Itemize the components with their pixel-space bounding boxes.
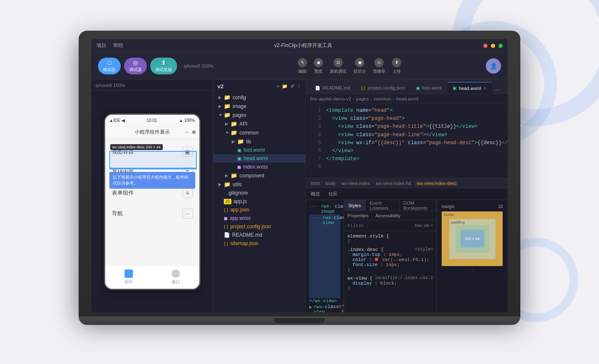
minimize-button[interactable] [491, 44, 495, 48]
tree-file-app-wxss[interactable]: ▶ ◼ app.wxss [213, 214, 305, 222]
tree-file-foot-wxml[interactable]: ▶ ▣ foot.wxml [213, 146, 305, 154]
code-line-7: 7 </template> [306, 155, 508, 163]
tree-folder-utils[interactable]: ▶ 📁 utils [213, 180, 305, 189]
styles-filter: :hov .cls + [344, 220, 436, 231]
tree-file-app-json[interactable]: ▶ { } app.json [213, 206, 305, 214]
code-line-4: 4 <view class="page-head-line"></view> [306, 131, 508, 139]
tree-file-project-config[interactable]: ▶ { } project.config.json [213, 222, 305, 231]
devtools-tab-label2: 社区 [329, 191, 338, 197]
phone-time: 10:01 [147, 118, 157, 123]
menu-item-project[interactable]: 项目 [96, 42, 106, 49]
phone-bottom-tabs: 组件 接口 [105, 266, 199, 289]
phone-content: wx-view.index-desc 240 × 44 以下将展示小程序官方组件… [105, 138, 199, 266]
editor-content: 1 <template name="head"> 2 <view class="… [306, 103, 508, 312]
preview-label: iphone6 100% [95, 83, 125, 88]
more-tabs-icon[interactable]: ··· [494, 86, 500, 94]
file-tree-actions: + 📁 ↺ ⋮ [277, 84, 301, 89]
elem-sel-wx-view-index-hd[interactable]: wx-view.index-hd [374, 181, 413, 186]
elem-sel-wx-view-index-desc[interactable]: wx-view.index-desc [415, 181, 459, 186]
devtools-dom-view: ··· <wx-image class="index-logo" src="..… [306, 200, 344, 312]
debugger-button[interactable]: ◎ 调试器 [124, 58, 147, 74]
margin-label: margin [442, 204, 455, 209]
tool-device-debug[interactable]: ⊡ 真机调试 [330, 58, 347, 74]
styles-tab-event-listeners[interactable]: Event Listeners [366, 200, 399, 211]
maximize-button[interactable] [498, 44, 503, 48]
styles-tab-dom-breakpoints[interactable]: DOM Breakpoints [399, 200, 436, 211]
breadcrumb-pages[interactable]: pages [356, 96, 369, 101]
menu-item-help[interactable]: 帮助 [113, 42, 123, 49]
styles-filter-hint: :hov .cls + [414, 223, 433, 228]
close-button[interactable] [483, 44, 488, 48]
tool-preview[interactable]: ◉ 预览 [314, 58, 323, 74]
code-line-5: 5 <view wx:if="{{desc}}" class="page-hea… [306, 139, 508, 147]
new-file-icon[interactable]: + [277, 84, 279, 89]
tool-upload[interactable]: ⬆ 上传 [392, 58, 401, 74]
refresh-icon[interactable]: ↺ [290, 84, 294, 89]
phone-status-bar: ▲IDE ◀ 10:01 ▲ 100% [105, 115, 199, 127]
styles-tab-styles[interactable]: Styles [344, 200, 366, 211]
styles-filter-input[interactable] [347, 223, 411, 228]
styles-tabs: Styles Event Listeners DOM Breakpoints [344, 200, 436, 211]
tree-file-sitemap[interactable]: ▶ { } sitemap.json [213, 239, 305, 248]
nav-item-nav[interactable]: 导航 ··· [109, 203, 196, 224]
devtools-content: ··· <wx-image class="index-logo" src="..… [306, 200, 508, 312]
tree-folder-image[interactable]: ▶ 📁 image [213, 102, 305, 111]
styles-panel: Styles Event Listeners DOM Breakpoints P… [344, 200, 436, 312]
styles-sub-tab-properties[interactable]: Properties [344, 211, 372, 220]
border-box: padding - 240 × 44 [449, 219, 496, 259]
tool-background[interactable]: ▣ 切后台 [353, 58, 366, 74]
avatar[interactable]: 👤 [486, 58, 501, 74]
phone-preview: ▲IDE ◀ 10:01 ▲ 100% 小程序组件展示 ··· ⊕ [91, 91, 213, 312]
box-model-footer: - [472, 269, 473, 273]
devtools-top-tabs: 概览 社区 [306, 188, 508, 200]
code-line-2: 2 <view class="page-head"> [306, 115, 508, 123]
phone-tab-component[interactable]: 组件 [105, 266, 152, 289]
test-button[interactable]: ⬆ 测试发版 [150, 58, 177, 74]
tree-folder-common[interactable]: ▼ 📁 common [213, 128, 305, 137]
file-tree-header: v2 + 📁 ↺ ⋮ [213, 80, 305, 93]
tab-head-wxml[interactable]: ▣ head.wxml × [448, 82, 492, 94]
tab-readme[interactable]: 📄 README.md [310, 82, 355, 94]
breadcrumb-common[interactable]: common [374, 96, 391, 101]
new-folder-icon[interactable]: 📁 [282, 84, 288, 89]
breadcrumb-file[interactable]: head.wxml [396, 96, 419, 101]
phone-frame: ▲IDE ◀ 10:01 ▲ 100% 小程序组件展示 ··· ⊕ [104, 113, 201, 290]
tree-folder-component[interactable]: ▶ 📁 component [213, 171, 305, 180]
content-box: 240 × 44 [461, 230, 484, 248]
tree-file-gitignore[interactable]: ▶ · .gitignore [213, 189, 305, 197]
tree-folder-lib[interactable]: ▶ 📁 lib [213, 137, 305, 146]
close-tab-icon[interactable]: × [484, 85, 487, 91]
device-label: iphone6 100% [184, 63, 213, 69]
tree-folder-config[interactable]: ▶ 📁 config [213, 93, 305, 102]
padding-box: 240 × 44 [456, 225, 489, 253]
tab-project-config[interactable]: { } project.config.json [356, 82, 410, 94]
tool-clear-cache[interactable]: ⊙ 清缓存 [373, 58, 385, 74]
phone-tab-api[interactable]: 接口 [152, 266, 199, 289]
dom-line-4: ▶ <wx-view class="index-bd" >_</wx-view> [309, 304, 340, 312]
title-bar-left: 项目 帮助 [96, 42, 123, 49]
elem-sel-html[interactable]: html [309, 181, 321, 186]
tree-file-head-wxml[interactable]: ▶ ▣ head.wxml [213, 154, 305, 163]
phone-title-bar: 小程序组件展示 ··· ⊕ [105, 127, 199, 138]
tree-folder-api[interactable]: ▶ 📁 API [213, 119, 305, 128]
tree-file-index-wxss[interactable]: ▶ ◼ index.wxss [213, 163, 305, 171]
window-controls [483, 44, 503, 48]
tool-edit[interactable]: ✎ 编辑 [298, 58, 307, 74]
css-rule-element-style: element.style { } [347, 234, 433, 244]
styles-sub-tab-accessibility[interactable]: Accessibility [372, 211, 404, 220]
phone-selected-text: 以下将展示小程序官方组件能力，组件样式仅供参考。 [109, 172, 195, 189]
tab-foot-wxml[interactable]: ▣ foot.wxml [411, 82, 447, 94]
elem-sel-body[interactable]: body [324, 181, 337, 186]
code-editor[interactable]: 1 <template name="head"> 2 <view class="… [306, 103, 508, 178]
tree-file-readme[interactable]: ▶ 📄 README.md [213, 231, 305, 239]
simulator-button[interactable]: □ 模拟器 [98, 58, 121, 74]
code-line-1: 1 <template name="head"> [306, 107, 508, 115]
breadcrumb-root[interactable]: fino-applet-demo-v2 [310, 96, 351, 101]
collapse-icon[interactable]: ⋮ [297, 84, 301, 89]
tree-folder-pages[interactable]: ▼ 📁 pages [213, 111, 305, 119]
dom-line-3: </wx-view> [309, 298, 340, 304]
tree-file-app-js[interactable]: ▶ JS app.js [213, 197, 305, 206]
element-label-underline [110, 168, 196, 169]
dom-line-2[interactable]: ··· <wx-view class="index-desc" > 以下将展示小… [309, 214, 340, 298]
elem-sel-wx-view-index[interactable]: wx-view.index [340, 181, 372, 186]
